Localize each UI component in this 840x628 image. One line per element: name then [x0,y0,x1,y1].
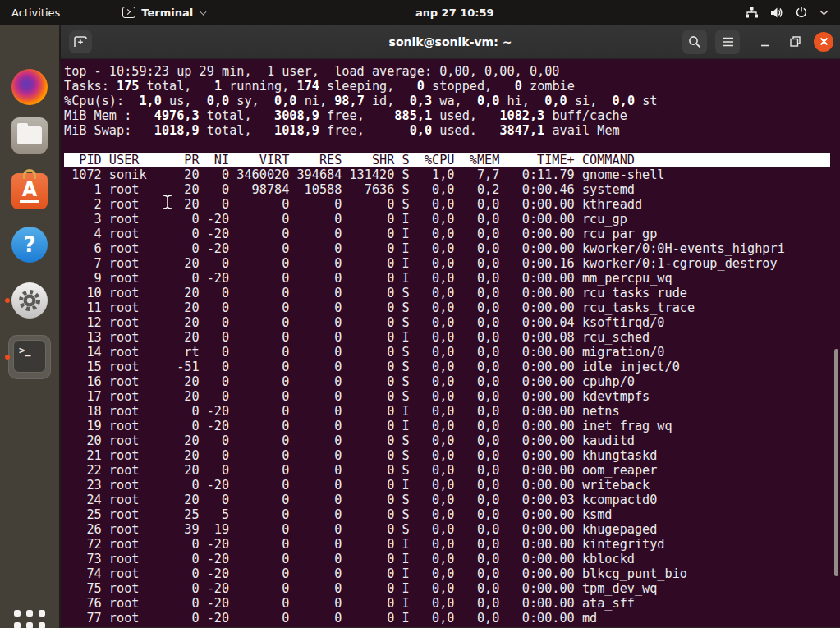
summary-line: MiB Swap: 1018,9 total, 1018,9 free, 0,0… [64,123,840,138]
volume-icon [770,7,783,19]
process-row: 75 root 0 -20 0 0 0 I 0,0 0,0 0:00.00 tp… [64,581,840,596]
show-applications-button[interactable] [0,609,59,628]
summary-line: Tasks: 175 total, 1 running, 174 sleepin… [64,79,840,94]
process-row: 10 root 20 0 0 0 0 S 0,0 0,0 0:00.00 rcu… [64,286,840,300]
process-row: 6 root 0 -20 0 0 0 I 0,0 0,0 0:00.00 kwo… [64,241,840,256]
process-row: 15 root -51 0 0 0 0 S 0,0 0,0 0:00.00 id… [64,360,840,374]
app-menu-label: Terminal [141,7,193,19]
process-row: 16 root 20 0 0 0 0 S 0,0 0,0 0:00.00 cpu… [64,374,840,389]
app-menu-terminal[interactable]: Terminal [122,7,207,19]
new-tab-icon [74,36,87,48]
top-panel: Activities Terminal апр 27 10:59 [0,0,840,25]
files-icon [11,117,48,154]
process-row: 12 root 20 0 0 0 0 S 0,0 0,0 0:00.04 kso… [64,315,840,330]
system-status-area[interactable] [740,0,833,25]
process-row: 13 root 20 0 0 0 0 I 0,0 0,0 0:00.08 rcu… [64,330,840,345]
network-icon [745,7,759,19]
blank-line [64,138,840,153]
running-indicator-dot [5,355,10,360]
process-row: 77 root 0 -20 0 0 0 I 0,0 0,0 0:00.00 md [64,611,840,626]
dock: A ? >_ [0,25,59,628]
ubuntu-software-icon: A [11,173,48,209]
process-row: 11 root 20 0 0 0 0 S 0,0 0,0 0:00.00 rcu… [64,300,840,315]
firefox-icon [11,69,48,105]
process-row: 72 root 0 -20 0 0 0 I 0,0 0,0 0:00.00 ki… [64,537,840,552]
process-row: 17 root 20 0 0 0 0 S 0,0 0,0 0:00.00 kde… [64,389,840,404]
minimize-icon [760,37,770,47]
dock-item-terminal[interactable]: >_ [0,335,59,379]
summary-line: top - 10:59:23 up 29 min, 1 user, load a… [64,64,840,79]
terminal-window: sonik@sonik-vm: ~ [61,25,840,628]
process-row: 9 root 0 -20 0 0 0 I 0,0 0,0 0:00.00 mm_… [64,271,840,286]
process-row: 22 root 20 0 0 0 0 S 0,0 0,0 0:00.00 oom… [64,463,840,478]
process-row: 3 root 0 -20 0 0 0 I 0,0 0,0 0:00.00 rcu… [64,212,840,227]
process-row: 26 root 39 19 0 0 0 S 0,0 0,0 0:00.00 kh… [64,522,840,537]
activities-button[interactable]: Activities [0,0,71,25]
process-row: 14 root rt 0 0 0 0 S 0,0 0,0 0:00.00 mig… [64,345,840,360]
process-row: 76 root 0 -20 0 0 0 I 0,0 0,0 0:00.00 at… [64,596,840,611]
app-grid-icon [14,610,45,628]
new-tab-button[interactable] [69,30,92,53]
menu-button[interactable] [715,30,740,54]
process-row: 7 root 20 0 0 0 0 I 0,0 0,0 0:00.16 kwor… [64,256,840,271]
gear-icon [11,282,48,319]
clock[interactable]: апр 27 10:59 [415,0,494,25]
close-button[interactable] [814,32,833,52]
chevron-down-icon [200,9,207,16]
dock-item-help[interactable]: ? [0,227,59,263]
help-icon: ? [11,227,48,263]
window-headerbar[interactable]: sonik@sonik-vm: ~ [61,25,840,59]
process-row: 18 root 0 -20 0 0 0 I 0,0 0,0 0:00.00 ne… [64,404,840,419]
restore-icon [790,36,801,47]
close-icon [819,37,829,46]
process-row: 4 root 0 -20 0 0 0 I 0,0 0,0 0:00.00 rcu… [64,227,840,241]
terminal-app-icon [122,7,135,18]
summary-line: %Cpu(s): 1,0 us, 0,0 sy, 0,0 ni, 98,7 id… [64,94,840,108]
process-row: 1 root 20 0 98784 10588 7636 S 0,0 0,2 0… [64,182,840,197]
dock-item-firefox[interactable] [0,69,59,105]
chevron-down-icon [819,10,829,16]
process-row: 74 root 0 -20 0 0 0 I 0,0 0,0 0:00.00 bl… [64,566,840,581]
hamburger-icon [722,37,734,47]
clock-label: апр 27 10:59 [415,7,494,19]
process-table: 1072 sonik 20 0 3460020 394684 131420 S … [64,167,840,626]
process-row: 2 root 20 0 0 0 0 S 0,0 0,0 0:00.00 kthr… [64,197,840,212]
process-row: 1072 sonik 20 0 3460020 394684 131420 S … [64,167,840,182]
top-summary-area: top - 10:59:23 up 29 min, 1 user, load a… [64,64,840,138]
process-row: 73 root 0 -20 0 0 0 I 0,0 0,0 0:00.00 kb… [64,552,840,566]
process-row: 20 root 20 0 0 0 0 S 0,0 0,0 0:00.00 kau… [64,433,840,448]
dock-item-files[interactable] [0,117,59,154]
process-table-header: PID USER PR NI VIRT RES SHR S %CPU %MEM … [64,153,830,167]
process-row: 25 root 25 5 0 0 0 S 0,0 0,0 0:00.00 ksm… [64,507,840,522]
running-indicator-dot [5,298,10,303]
search-button[interactable] [682,30,707,54]
terminal-icon: >_ [13,340,46,373]
process-row: 24 root 20 0 0 0 0 S 0,0 0,0 0:00.03 kco… [64,493,840,507]
search-icon [688,35,701,48]
dock-item-settings[interactable] [0,282,59,319]
activities-label: Activities [11,7,60,19]
dock-item-ubuntu-software[interactable]: A [0,173,59,209]
scrollbar-thumb[interactable] [834,349,838,576]
terminal-body[interactable]: top - 10:59:23 up 29 min, 1 user, load a… [61,59,840,627]
process-row: 21 root 20 0 0 0 0 S 0,0 0,0 0:00.00 khu… [64,448,840,463]
power-icon [795,6,808,19]
summary-line: MiB Mem : 4976,3 total, 3008,9 free, 885… [64,108,840,123]
process-row: 19 root 0 -20 0 0 0 I 0,0 0,0 0:00.00 in… [64,419,840,433]
minimize-button[interactable] [755,31,776,53]
restore-button[interactable] [784,31,806,53]
process-row: 23 root 0 -20 0 0 0 I 0,0 0,0 0:00.00 wr… [64,478,840,493]
